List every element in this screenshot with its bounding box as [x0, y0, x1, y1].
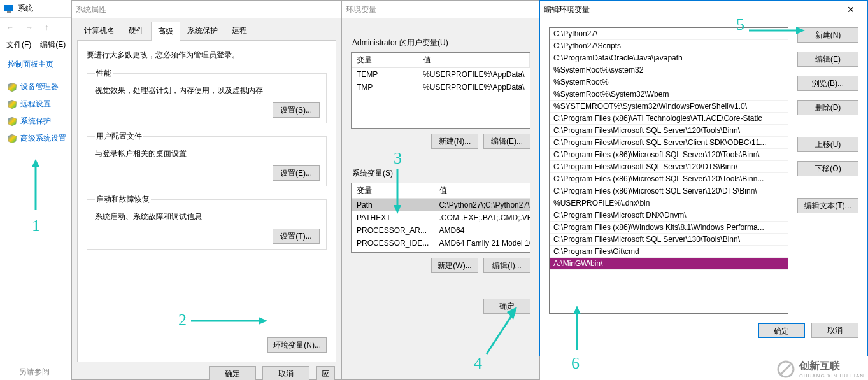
user-col-val[interactable]: 值: [418, 53, 529, 68]
path-entry-row[interactable]: C:\ProgramData\Oracle\Java\javapath: [550, 52, 788, 64]
new-entry-button[interactable]: 新建(N): [797, 27, 858, 43]
sys-var-row[interactable]: PATHEXT.COM;.EXE;.BAT;.CMD;.VBS;: [352, 211, 530, 224]
user-edit-button[interactable]: 编辑(E)...: [483, 134, 530, 149]
user-var-row[interactable]: TMP%USERPROFILE%\AppData\: [352, 81, 530, 94]
tab-remote[interactable]: 远程: [225, 21, 254, 40]
control-panel-home-link[interactable]: 控制面板主页: [8, 59, 68, 70]
user-profiles-legend: 用户配置文件: [95, 131, 143, 142]
user-new-button[interactable]: 新建(N)...: [431, 134, 478, 149]
back-icon[interactable]: ←: [6, 23, 14, 32]
path-entry-row[interactable]: C:\Program Files\Git\cmd: [550, 246, 788, 258]
tab-system-protection[interactable]: 系统保护: [180, 21, 225, 40]
svg-rect-0: [4, 5, 13, 11]
svg-marker-11: [394, 205, 401, 214]
path-entry-row[interactable]: C:\Program Files (x86)\Microsoft SQL Ser…: [550, 149, 788, 161]
edit-ok-button[interactable]: 确定: [758, 323, 805, 338]
path-entry-row[interactable]: C:\Program Files (x86)\Windows Kits\8.1\…: [550, 222, 788, 234]
menu-edit[interactable]: 编辑(E): [40, 39, 66, 50]
sys-var-row[interactable]: PROCESSOR_LEV21: [352, 250, 530, 253]
annotation-1: 1: [32, 216, 40, 236]
props-title: 系统属性: [76, 4, 338, 15]
device-manager-link[interactable]: 设备管理器: [8, 81, 68, 92]
browse-button[interactable]: 浏览(B)...: [797, 76, 858, 91]
svg-marker-17: [573, 306, 581, 314]
path-entry-row[interactable]: %SystemRoot%\system32: [550, 64, 788, 76]
up-icon[interactable]: ↑: [45, 23, 48, 32]
sys-vars-list[interactable]: 变量 值 PathC:\Python27\;C:\Python27\S PATH…: [351, 183, 530, 253]
edit-text-button[interactable]: 编辑文本(T)...: [797, 198, 858, 213]
props-apply-button[interactable]: 应: [316, 366, 335, 380]
path-entry-row[interactable]: C:\Python27\Scripts: [550, 40, 788, 52]
sys-var-row[interactable]: PROCESSOR_IDE...AMD64 Family 21 Model 16: [352, 237, 530, 250]
tab-hardware[interactable]: 硬件: [122, 21, 151, 40]
annotation-arrow-5: [749, 24, 805, 37]
see-also-label: 另请参阅: [19, 367, 50, 377]
svg-marker-13: [507, 307, 517, 320]
user-vars-list[interactable]: 变量 值 TEMP%USERPROFILE%\AppData\ TMP%USER…: [351, 52, 530, 129]
system-title: 系统: [18, 3, 72, 14]
path-entry-row[interactable]: %SystemRoot%\System32\Wbem: [550, 88, 788, 101]
svg-marker-7: [32, 159, 39, 167]
props-cancel-button[interactable]: 取消: [262, 366, 309, 380]
fwd-icon[interactable]: →: [25, 23, 33, 32]
tab-computer-name[interactable]: 计算机名: [77, 21, 122, 40]
path-entry-row[interactable]: C:\Program Files (x86)\Microsoft SQL Ser…: [550, 185, 788, 197]
edit-title: 编辑环境变量: [544, 4, 838, 15]
admin-notice: 要进行大多数更改，您必须作为管理员登录。: [87, 50, 327, 60]
sys-var-row[interactable]: PROCESSOR_AR...AMD64: [352, 224, 530, 237]
path-entry-row[interactable]: C:\Program Files (x86)\ATI Technologies\…: [550, 113, 788, 125]
svg-line-19: [781, 365, 790, 374]
shield-icon: [8, 100, 17, 109]
system-protection-link[interactable]: 系统保护: [8, 116, 68, 127]
sys-var-row[interactable]: PathC:\Python27\;C:\Python27\S: [352, 199, 530, 212]
edit-cancel-button[interactable]: 取消: [811, 323, 858, 338]
delete-entry-button[interactable]: 删除(D): [797, 100, 858, 115]
user-profiles-group: 用户配置文件 与登录帐户相关的桌面设置 设置(E)...: [87, 131, 327, 186]
advanced-system-settings-link[interactable]: 高级系统设置: [8, 133, 68, 144]
path-entry-row[interactable]: %SYSTEMROOT%\System32\WindowsPowerShell\…: [550, 101, 788, 113]
path-entry-row[interactable]: A:\MinGW\bin\: [550, 258, 788, 270]
user-col-var[interactable]: 变量: [352, 53, 418, 68]
sys-new-button[interactable]: 新建(W)...: [431, 258, 478, 273]
move-down-button[interactable]: 下移(O): [797, 161, 858, 176]
props-footer: 确定 取消 应: [72, 362, 341, 380]
startup-recovery-settings-button[interactable]: 设置(T)...: [273, 229, 320, 244]
environment-variables-button[interactable]: 环境变量(N)...: [267, 337, 327, 353]
annotation-arrow-2: [191, 314, 267, 327]
user-profiles-settings-button[interactable]: 设置(E)...: [273, 165, 320, 181]
sys-col-val[interactable]: 值: [434, 183, 530, 199]
path-entry-row[interactable]: C:\Program Files\Microsoft SQL Server\13…: [550, 234, 788, 246]
sys-edit-button[interactable]: 编辑(I)...: [483, 258, 530, 273]
performance-settings-button[interactable]: 设置(S)...: [273, 102, 320, 118]
path-entry-row[interactable]: C:\Program Files\Microsoft SQL Server\Cl…: [550, 137, 788, 149]
props-ok-button[interactable]: 确定: [209, 366, 256, 380]
path-entry-row[interactable]: C:\Program Files (x86)\Microsoft SQL Ser…: [550, 173, 788, 185]
move-up-button[interactable]: 上移(U): [797, 137, 858, 152]
path-entry-row[interactable]: %SystemRoot%: [550, 76, 788, 88]
close-icon[interactable]: ✕: [838, 4, 864, 15]
user-var-row[interactable]: TEMP%USERPROFILE%\AppData\: [352, 68, 530, 81]
props-tabs: 计算机名 硬件 高级 系统保护 远程: [77, 21, 336, 41]
startup-recovery-desc: 系统启动、系统故障和调试信息: [95, 211, 318, 222]
path-entry-row[interactable]: C:\Program Files\Microsoft SQL Server\12…: [550, 125, 788, 137]
annotation-6: 6: [571, 354, 580, 373]
path-entry-row[interactable]: %USERPROFILE%\.dnx\bin: [550, 197, 788, 209]
svg-marker-5: [8, 134, 17, 143]
shield-icon: [8, 117, 17, 126]
annotation-5: 5: [736, 15, 744, 34]
path-entries-list[interactable]: C:\Python27\C:\Python27\ScriptsC:\Progra…: [549, 27, 788, 314]
menu-file[interactable]: 文件(F): [6, 39, 31, 50]
remote-settings-link[interactable]: 远程设置: [8, 99, 68, 109]
shield-icon: [8, 83, 17, 92]
tab-advanced[interactable]: 高级: [151, 22, 180, 41]
annotation-arrow-1: [29, 159, 42, 210]
sys-vars-label: 系统变量(S): [352, 168, 529, 179]
path-entry-row[interactable]: C:\Program Files\Microsoft DNX\Dnvm\: [550, 209, 788, 222]
performance-desc: 视觉效果，处理器计划，内存使用，以及虚拟内存: [95, 85, 318, 96]
user-vars-label: Administrator 的用户变量(U): [352, 38, 529, 48]
svg-line-12: [487, 313, 513, 354]
edit-titlebar: 编辑环境变量 ✕: [540, 1, 867, 18]
svg-marker-9: [259, 317, 267, 325]
edit-entry-button[interactable]: 编辑(E): [797, 52, 858, 67]
path-entry-row[interactable]: C:\Program Files\Microsoft SQL Server\12…: [550, 161, 788, 173]
